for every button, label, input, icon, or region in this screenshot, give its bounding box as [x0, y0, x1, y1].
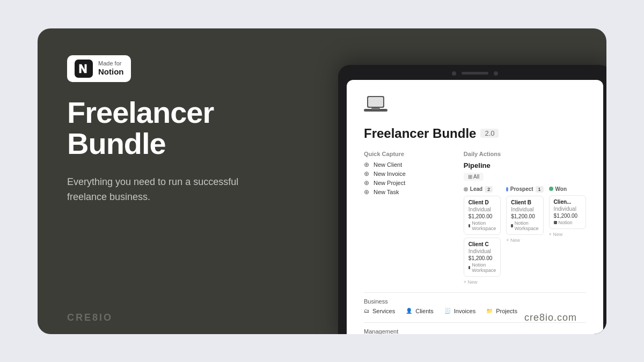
footer-brand-left: CRE8IO — [67, 312, 113, 323]
workspace-dot — [469, 224, 471, 227]
notion-page-title: Freelancer Bundle 2.0 — [364, 126, 586, 141]
title-line2: Bundle — [67, 127, 166, 160]
tablet-home-bar — [462, 72, 488, 75]
action-new-project: ⊕ New Project — [364, 180, 442, 186]
daily-actions-col: Daily Actions Pipeline ⊞ All — [464, 151, 586, 285]
daily-actions-heading: Daily Actions — [464, 151, 586, 157]
version-badge: 2.0 — [480, 129, 499, 138]
col-header-won: Won — [549, 186, 586, 192]
tablet-camera-area — [452, 71, 498, 76]
tablet-screen: Freelancer Bundle 2.0 Quick Capture ⊕ Ne… — [347, 80, 603, 334]
pipeline-label: Pipeline — [464, 161, 586, 169]
add-new-won: + New — [549, 232, 586, 237]
notion-badge: Made for Notion — [67, 55, 131, 82]
hero-title: Freelancer Bundle — [67, 97, 260, 160]
pipeline-filter-row: ⊞ All — [464, 173, 586, 181]
kanban-col-prospect: Prospect 1 Client B Individual $1,200.00 — [506, 186, 543, 285]
tablet-mockup: Freelancer Bundle 2.0 Quick Capture ⊕ Ne… — [338, 65, 606, 334]
page-title-text: Freelancer Bundle — [364, 126, 476, 141]
management-section: Management 📅 Meetings ✅ Tasks — [364, 328, 586, 334]
divider-1 — [364, 292, 586, 293]
quick-capture-col: Quick Capture ⊕ New Client ⊕ New Invoice… — [364, 151, 442, 285]
quick-capture-heading: Quick Capture — [364, 151, 442, 157]
left-panel: Made for Notion Freelancer Bundle Everyt… — [38, 28, 290, 334]
right-panel: Freelancer Bundle 2.0 Quick Capture ⊕ Ne… — [290, 28, 606, 334]
kanban-card-client-b: Client B Individual $1,200.00 Notion Wor… — [506, 196, 543, 235]
kanban-card-client-c: Client C Individual $1,200.00 Notion Wor… — [464, 238, 501, 277]
notion-n-icon — [78, 63, 90, 75]
workspace-dot-3 — [511, 224, 513, 227]
col-dot-prospect — [506, 187, 508, 191]
two-col-section: Quick Capture ⊕ New Client ⊕ New Invoice… — [364, 151, 586, 285]
made-for-label: Made for — [98, 60, 123, 67]
svg-rect-1 — [368, 97, 383, 107]
kanban-col-won: Won Clien... Individual $1,200.00 — [549, 186, 586, 285]
kanban-card-client-won: Clien... Individual $1,200.00 Notion — [549, 195, 586, 229]
page-footer: CRE8IO cre8io.com — [67, 312, 577, 323]
add-new-prospect: + New — [506, 238, 543, 243]
notion-badge-text: Made for Notion — [98, 60, 123, 77]
action-new-invoice: ⊕ New Invoice — [364, 171, 442, 177]
add-new-lead: + New — [464, 279, 501, 285]
kanban-col-lead: Lead 2 Client D Individual $1,200.00 — [464, 186, 501, 285]
laptop-icon — [364, 95, 387, 114]
title-line1: Freelancer — [67, 95, 214, 129]
management-label: Management — [364, 328, 586, 334]
kanban-card-client-d: Client D Individual $1,200.00 Notion Wor… — [464, 196, 501, 235]
business-label: Business — [364, 298, 586, 305]
action-new-task: ⊕ New Task — [364, 189, 442, 195]
workspace-dot-4 — [554, 221, 557, 224]
workspace-dot-2 — [469, 266, 471, 269]
action-new-client: ⊕ New Client — [364, 161, 442, 168]
svg-rect-3 — [371, 108, 380, 109]
col-dot-lead — [464, 187, 468, 191]
hero-subtitle: Everything you need to run a successful … — [67, 175, 244, 205]
filter-all: ⊞ All — [464, 173, 484, 181]
pipeline-section: Pipeline ⊞ All Lead — [464, 161, 586, 285]
plus-icon-client: ⊕ — [364, 161, 370, 168]
notion-content: Freelancer Bundle 2.0 Quick Capture ⊕ Ne… — [347, 80, 603, 334]
notion-label: Notion — [98, 67, 123, 77]
main-card: Made for Notion Freelancer Bundle Everyt… — [38, 28, 606, 334]
col-header-prospect: Prospect 1 — [506, 186, 543, 193]
footer-brand-right: cre8io.com — [524, 312, 577, 323]
notion-icon-box — [75, 60, 93, 78]
col-header-lead: Lead 2 — [464, 186, 501, 193]
tablet-camera-dot — [452, 71, 456, 76]
col-dot-won — [549, 187, 553, 191]
plus-icon-project: ⊕ — [364, 180, 370, 186]
tablet-speaker-dot — [494, 71, 498, 76]
plus-icon-invoice: ⊕ — [364, 171, 370, 177]
plus-icon-task: ⊕ — [364, 189, 370, 195]
kanban-board: Lead 2 Client D Individual $1,200.00 — [464, 186, 586, 285]
